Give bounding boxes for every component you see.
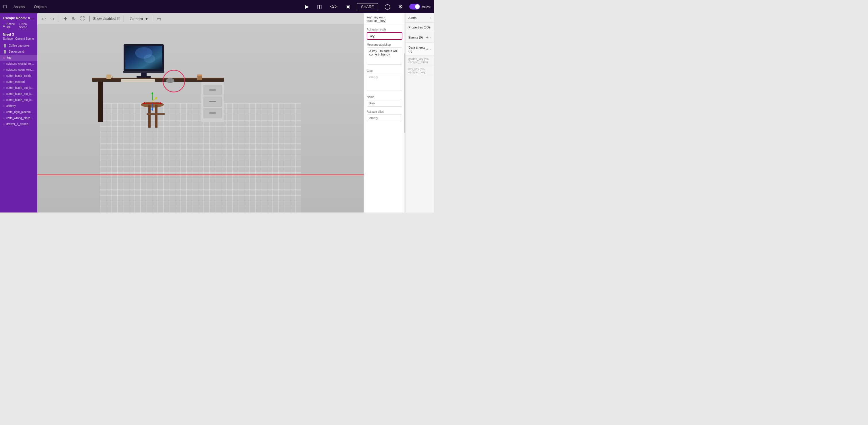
events-chevron: ›: [430, 36, 431, 39]
obj-item-scissors-open[interactable]: ○scissors_open_wrong_placem...: [0, 67, 37, 73]
obj-item-key[interactable]: ⊙key: [0, 55, 37, 61]
obj-label-cutter-blade-out-key-inside3: cutter_blade_out_key_inside_...: [6, 98, 34, 101]
data-sheets-plus[interactable]: +: [426, 47, 428, 52]
data-sheets-section[interactable]: Data sheets (2) + ›: [406, 43, 434, 56]
obj-label-scissors-open: scissors_open_wrong_placem...: [6, 68, 34, 71]
active-label: Active: [422, 5, 431, 8]
obj-icon-coffe-wrong: ○: [3, 117, 5, 120]
new-scene-btn[interactable]: + New Scene: [19, 23, 34, 29]
move-btn[interactable]: ✚: [62, 16, 68, 22]
message-textarea[interactable]: A key, I'm sure it will come in handy.: [367, 48, 402, 65]
scene-3d[interactable]: [37, 24, 364, 212]
camera-select[interactable]: Camera ▼: [130, 17, 148, 21]
properties-section[interactable]: Properties (3D) ›: [406, 23, 434, 32]
redo-btn[interactable]: ↪: [49, 16, 55, 22]
events-section[interactable]: Events (0) + ›: [406, 32, 434, 43]
assets-nav-btn[interactable]: Assets: [11, 3, 27, 10]
far-right-panel: Alerts › Properties (3D) › Events (0) + …: [405, 13, 434, 212]
obj-icon-scissors-open: ○: [3, 68, 5, 71]
code-btn[interactable]: </>: [328, 3, 339, 11]
rotate-btn[interactable]: ↻: [71, 16, 77, 22]
properties-label: Properties (3D): [408, 26, 430, 29]
avatar-btn[interactable]: ◯: [383, 2, 392, 11]
props-section: Activation code Message at pickup A key,…: [364, 25, 405, 212]
data-sheets-list: golden_key (ox-escape__alias)key_key (ox…: [406, 56, 434, 76]
svg-rect-6: [136, 76, 151, 78]
red-line: [37, 175, 364, 175]
obj-label-scissors-closed: scissors_closed_wrong_place...: [6, 62, 34, 65]
objects-list: ▐▌Coffee cup save▐▌Background⊙key○scisso…: [0, 42, 37, 212]
undo-btn[interactable]: ↩: [41, 16, 47, 22]
data-sheet-golden-key[interactable]: golden_key (ox-escape__alias): [406, 56, 434, 66]
obj-label-drawer-1-closed: drawer_1_closed: [6, 122, 28, 126]
obj-item-ashtray[interactable]: ○ashtray: [0, 103, 37, 109]
svg-marker-41: [155, 97, 157, 100]
share-button[interactable]: SHARE: [357, 3, 378, 10]
scene-name: Nivel 3: [0, 30, 37, 37]
show-disabled-btn[interactable]: Show disabled 👁̸: [93, 17, 120, 21]
obj-item-coffe-right[interactable]: ○coffe_right_placement: [0, 109, 37, 115]
svg-rect-7: [123, 71, 164, 73]
multiplay-btn[interactable]: ◫: [315, 2, 323, 11]
obj-icon-coffee-cup-save: ▐▌: [3, 44, 7, 47]
name-input[interactable]: [367, 100, 402, 107]
obj-label-coffe-right: coffe_right_placement: [6, 111, 34, 114]
obj-label-ashtray: ashtray: [6, 104, 16, 108]
svg-marker-39: [151, 109, 153, 111]
svg-marker-33: [151, 92, 153, 94]
svg-rect-20: [197, 74, 202, 76]
message-label: Message at pickup: [367, 43, 402, 46]
activate-alias-input[interactable]: [367, 115, 402, 121]
obj-icon-background: ▐▌: [3, 50, 7, 53]
svg-rect-30: [155, 105, 157, 128]
frame-btn[interactable]: ▭: [155, 16, 162, 22]
obj-item-coffe-wrong[interactable]: ○coffe_wrong_placement: [0, 115, 37, 121]
objects-nav-btn[interactable]: Objects: [32, 3, 49, 10]
obj-item-drawer-1-closed[interactable]: ○drawer_1_closed: [0, 121, 37, 127]
obj-icon-cutter-blade-out-key-inside: ○: [3, 86, 5, 89]
obj-label-background: Background: [9, 50, 24, 53]
viewport[interactable]: ↩ ↪ ✚ ↻ ⛶ Show disabled 👁̸ Camera ▼ ▭: [37, 13, 364, 212]
obj-item-scissors-closed[interactable]: ○scissors_closed_wrong_place...: [0, 61, 37, 67]
obj-item-cutter-blade-out-key-inside2[interactable]: ○cutter_blade_out_key_inside_...: [0, 91, 37, 97]
properties-chevron: ›: [430, 26, 431, 29]
panel-scrollbar-thumb: [404, 53, 405, 133]
play-btn[interactable]: ▶: [303, 2, 311, 11]
name-group: Name: [367, 95, 402, 107]
obj-item-cutter-opened[interactable]: ○cutter_opened: [0, 79, 37, 85]
obj-label-cutter-blade-inside: cutter_blade_inside: [6, 74, 31, 78]
scene-list-label[interactable]: Scene list: [7, 23, 18, 29]
panel-scrollbar[interactable]: [404, 13, 405, 212]
alerts-section[interactable]: Alerts ›: [406, 13, 434, 23]
active-toggle-switch[interactable]: [409, 4, 420, 9]
obj-item-cutter-blade-out-key-inside[interactable]: ○cutter_blade_out_key_inside: [0, 85, 37, 91]
obj-item-cutter-blade-inside[interactable]: ○cutter_blade_inside: [0, 73, 37, 79]
logo-icon[interactable]: □: [3, 4, 7, 10]
obj-icon-cutter-blade-out-key-inside2: ○: [3, 92, 5, 95]
obj-item-cutter-blade-out-key-inside3[interactable]: ○cutter_blade_out_key_inside_...: [0, 97, 37, 103]
clue-textarea[interactable]: empty: [367, 73, 402, 91]
obj-icon-ashtray: ○: [3, 104, 5, 108]
activation-code-label: Activation code: [367, 28, 402, 31]
camera-label: Camera: [130, 17, 143, 21]
obj-label-cutter-opened: cutter_opened: [6, 80, 25, 83]
data-sheet-key-key[interactable]: key_key (ox-escape__key): [406, 66, 434, 76]
svg-rect-27: [209, 113, 216, 114]
svg-rect-31: [147, 113, 165, 115]
activation-code-input[interactable]: [367, 32, 402, 40]
notes-btn[interactable]: ▣: [344, 2, 352, 11]
obj-item-background[interactable]: ▐▌Background: [0, 49, 37, 55]
obj-item-coffee-cup-save[interactable]: ▐▌Coffee cup save: [0, 42, 37, 49]
middle-panel: key_key (ox-escape__key) Activation code…: [364, 13, 405, 212]
clue-label: Clue: [367, 69, 402, 72]
data-sheets-label: Data sheets (2): [408, 46, 426, 53]
settings-btn[interactable]: ⚙: [397, 2, 405, 11]
scale-btn[interactable]: ⛶: [79, 16, 86, 22]
events-plus[interactable]: +: [426, 35, 428, 40]
events-label: Events (0): [408, 36, 423, 39]
scene-controls: ☰ Scene list + New Scene: [0, 21, 37, 30]
obj-label-coffe-wrong: coffe_wrong_placement: [6, 117, 34, 120]
obj-label-key: key: [7, 56, 11, 59]
active-toggle: Active: [409, 4, 431, 9]
svg-rect-25: [209, 89, 216, 91]
